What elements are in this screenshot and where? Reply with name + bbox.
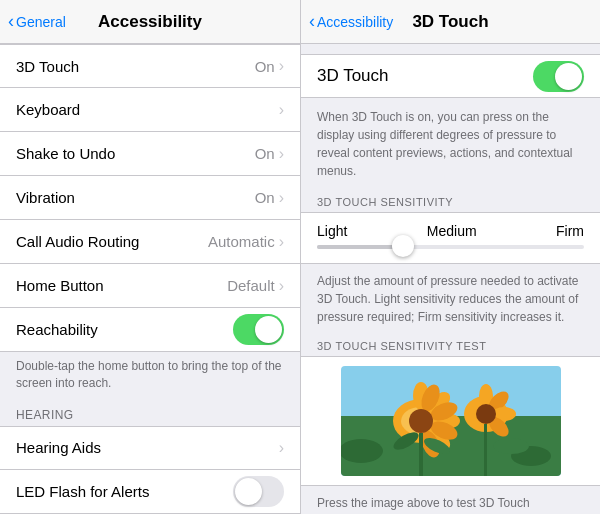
row-call-audio[interactable]: Call Audio Routing Automatic › (0, 220, 300, 264)
right-back-label: Accessibility (317, 14, 393, 30)
row-led-flash[interactable]: LED Flash for Alerts (0, 470, 300, 514)
row-home-button[interactable]: Home Button Default › (0, 264, 300, 308)
sensitivity-container: Light Medium Firm (301, 212, 600, 264)
main-settings-group: 3D Touch On › Keyboard › Shake to Undo O… (0, 44, 300, 352)
row-value-call-audio: Automatic (208, 233, 275, 250)
row-label-hearing-aids: Hearing Aids (16, 439, 279, 456)
test-note: Press the image above to test 3D Touch s… (301, 486, 600, 514)
row-label-reachability: Reachability (16, 321, 233, 338)
sensitivity-slider-track[interactable] (317, 245, 584, 249)
right-back-button[interactable]: ‹ Accessibility (309, 11, 393, 32)
row-hearing-aids[interactable]: Hearing Aids › (0, 426, 300, 470)
left-back-button[interactable]: ‹ General (8, 11, 66, 32)
3d-touch-main-row[interactable]: 3D Touch (301, 54, 600, 98)
reachability-note: Double-tap the home button to bring the … (0, 352, 300, 402)
reachability-toggle-knob (255, 316, 282, 343)
row-label-home-button: Home Button (16, 277, 227, 294)
right-panel: ‹ Accessibility 3D Touch 3D Touch When 3… (300, 0, 600, 514)
row-shake-to-undo[interactable]: Shake to Undo On › (0, 132, 300, 176)
left-nav-bar: ‹ General Accessibility (0, 0, 300, 44)
sensitivity-label-light: Light (317, 223, 347, 239)
svg-point-24 (341, 439, 383, 463)
svg-point-26 (493, 438, 529, 454)
row-value-3d-touch: On (255, 58, 275, 75)
test-image-container[interactable] (301, 356, 600, 486)
flower-svg (341, 366, 561, 476)
row-label-vibration: Vibration (16, 189, 255, 206)
row-3d-touch[interactable]: 3D Touch On › (0, 44, 300, 88)
svg-rect-21 (484, 424, 487, 476)
hearing-settings-group: Hearing Aids › LED Flash for Alerts Mono… (0, 426, 300, 514)
row-value-shake: On (255, 145, 275, 162)
led-flash-toggle[interactable] (233, 476, 284, 507)
left-panel: ‹ General Accessibility 3D Touch On › Ke… (0, 0, 300, 514)
right-chevron-icon: ‹ (309, 11, 315, 32)
row-label-call-audio: Call Audio Routing (16, 233, 208, 250)
row-chevron-keyboard: › (279, 101, 284, 119)
sensitivity-label-medium: Medium (427, 223, 477, 239)
right-nav-title: 3D Touch (412, 12, 488, 32)
row-chevron-home-button: › (279, 277, 284, 295)
test-header: 3D TOUCH SENSITIVITY TEST (301, 334, 600, 356)
sensitivity-labels: Light Medium Firm (317, 223, 584, 239)
svg-point-19 (476, 404, 496, 424)
3d-touch-toggle[interactable] (533, 61, 584, 92)
3d-touch-desc: When 3D Touch is on, you can press on th… (301, 98, 600, 190)
left-nav-title: Accessibility (98, 12, 202, 32)
row-chevron-call-audio: › (279, 233, 284, 251)
row-chevron-hearing-aids: › (279, 439, 284, 457)
row-label-keyboard: Keyboard (16, 101, 279, 118)
led-flash-toggle-knob (235, 478, 262, 505)
test-flower-image[interactable] (341, 366, 561, 476)
3d-touch-toggle-knob (555, 63, 582, 90)
left-settings-list: 3D Touch On › Keyboard › Shake to Undo O… (0, 44, 300, 514)
row-chevron-3d-touch: › (279, 57, 284, 75)
left-back-label: General (16, 14, 66, 30)
sensitivity-slider-thumb[interactable] (392, 235, 414, 257)
row-keyboard[interactable]: Keyboard › (0, 88, 300, 132)
right-nav-bar: ‹ Accessibility 3D Touch (301, 0, 600, 44)
sensitivity-slider-fill (317, 245, 397, 249)
row-reachability[interactable]: Reachability (0, 308, 300, 352)
svg-point-13 (409, 409, 433, 433)
reachability-toggle[interactable] (233, 314, 284, 345)
row-label-led-flash: LED Flash for Alerts (16, 483, 233, 500)
sensitivity-note: Adjust the amount of pressure needed to … (301, 264, 600, 334)
row-label-3d-touch: 3D Touch (16, 58, 255, 75)
left-chevron-icon: ‹ (8, 11, 14, 32)
row-value-vibration: On (255, 189, 275, 206)
right-content: 3D Touch When 3D Touch is on, you can pr… (301, 44, 600, 514)
sensitivity-header: 3D TOUCH SENSITIVITY (301, 190, 600, 212)
row-vibration[interactable]: Vibration On › (0, 176, 300, 220)
row-chevron-shake: › (279, 145, 284, 163)
3d-touch-label: 3D Touch (317, 66, 533, 86)
row-chevron-vibration: › (279, 189, 284, 207)
row-value-home-button: Default (227, 277, 275, 294)
row-label-shake: Shake to Undo (16, 145, 255, 162)
sensitivity-label-firm: Firm (556, 223, 584, 239)
svg-rect-20 (419, 433, 423, 476)
hearing-header: HEARING (0, 402, 300, 426)
